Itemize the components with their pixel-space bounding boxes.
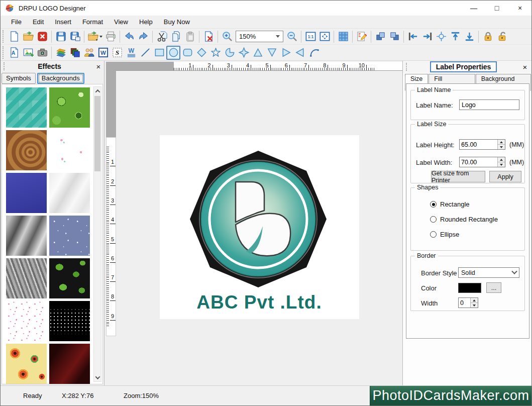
star-button[interactable] bbox=[208, 46, 223, 60]
thumbnails-scrollbar[interactable] bbox=[93, 86, 101, 382]
arc-button[interactable] bbox=[307, 46, 321, 60]
scroll-up-icon[interactable] bbox=[94, 87, 101, 95]
undo-button[interactable] bbox=[122, 30, 136, 44]
show-grid-button[interactable] bbox=[336, 30, 350, 44]
ellipse-button[interactable] bbox=[166, 46, 180, 60]
rectangle-button[interactable] bbox=[152, 46, 166, 60]
background-thumbnail-pink-floral[interactable] bbox=[6, 301, 47, 341]
background-thumbnail-gray-swirl[interactable] bbox=[6, 258, 47, 298]
menu-format[interactable]: Format bbox=[77, 16, 109, 28]
background-thumbnail-orange-flowers[interactable] bbox=[6, 344, 47, 384]
camera-button[interactable] bbox=[35, 46, 49, 60]
triangle-down-button[interactable] bbox=[265, 46, 279, 60]
border-color-picker-button[interactable]: ... bbox=[486, 282, 501, 293]
spin-up-icon[interactable] bbox=[498, 157, 505, 162]
delete-object-button[interactable] bbox=[201, 30, 216, 44]
effects-tab-backgrounds[interactable]: Backgrounds bbox=[37, 73, 84, 84]
background-thumbnail-white-silk[interactable] bbox=[49, 173, 90, 213]
save-as-button[interactable] bbox=[68, 30, 82, 44]
border-color-swatch[interactable] bbox=[458, 283, 481, 293]
background-thumbnail-dark-red[interactable] bbox=[49, 344, 90, 384]
background-thumbnail-gray-metallic[interactable] bbox=[6, 216, 47, 256]
triangle-left-button[interactable] bbox=[293, 46, 307, 60]
background-thumbnail-wood[interactable] bbox=[6, 130, 47, 170]
spin-up-icon[interactable] bbox=[498, 140, 505, 144]
spin-down-icon[interactable] bbox=[498, 144, 505, 149]
shape-radio-ellipse[interactable]: Ellipse bbox=[430, 231, 459, 238]
word-doc-button[interactable]: W bbox=[96, 46, 110, 60]
menu-buy-now[interactable]: Buy Now bbox=[158, 16, 195, 28]
paste-button[interactable] bbox=[183, 30, 197, 44]
spin-down-icon[interactable] bbox=[498, 162, 505, 167]
label-height-spinner[interactable] bbox=[459, 139, 505, 150]
effects-tab-symbols[interactable]: Symbols bbox=[2, 73, 36, 84]
scrollbar-thumb[interactable] bbox=[94, 96, 100, 171]
menu-view[interactable]: View bbox=[109, 16, 134, 28]
logo-artwork[interactable]: ABC Pvt .Ltd. bbox=[160, 135, 359, 319]
background-thumbnail-blue-drops[interactable] bbox=[49, 216, 90, 256]
label-height-input[interactable] bbox=[460, 140, 497, 149]
shape-radio-rounded-rectangle[interactable]: Rounded Rectangle bbox=[430, 216, 498, 223]
zoom-in-button[interactable] bbox=[220, 30, 234, 44]
spin-up-icon[interactable] bbox=[471, 298, 478, 302]
background-thumbnail-dot-matrix[interactable] bbox=[49, 301, 90, 341]
background-thumbnail-blue-solid[interactable] bbox=[6, 173, 47, 213]
line-button[interactable] bbox=[138, 46, 152, 60]
unlock-button[interactable] bbox=[495, 30, 509, 44]
maximize-icon[interactable]: □ bbox=[485, 1, 508, 16]
open-template-button[interactable] bbox=[86, 30, 103, 44]
border-width-spinner[interactable] bbox=[458, 297, 478, 308]
save-button[interactable] bbox=[54, 30, 68, 44]
background-thumbnail-green-circles[interactable] bbox=[49, 87, 90, 128]
style-s-button[interactable]: S bbox=[110, 46, 124, 60]
print-button[interactable] bbox=[103, 30, 118, 44]
triangle-right-button[interactable] bbox=[279, 46, 293, 60]
send-backward-button[interactable] bbox=[387, 30, 401, 44]
lock-button[interactable] bbox=[481, 30, 495, 44]
rounded-rectangle-button[interactable] bbox=[180, 46, 194, 60]
menu-help[interactable]: Help bbox=[134, 16, 158, 28]
cut-button[interactable] bbox=[155, 30, 169, 44]
fit-to-window-button[interactable] bbox=[317, 30, 332, 44]
add-text-button[interactable]: A bbox=[7, 46, 21, 60]
layers-button[interactable] bbox=[54, 46, 68, 60]
bring-forward-button[interactable] bbox=[373, 30, 387, 44]
close-icon[interactable]: × bbox=[508, 1, 531, 16]
zoom-level-combobox[interactable]: 150% bbox=[236, 31, 283, 42]
diamond-button[interactable] bbox=[194, 46, 208, 60]
copy-button[interactable] bbox=[169, 30, 183, 44]
label-design-area[interactable]: ABC Pvt .Ltd. bbox=[160, 135, 359, 319]
effects-close-icon[interactable]: × bbox=[93, 62, 104, 71]
spin-down-icon[interactable] bbox=[471, 302, 478, 308]
menu-file[interactable]: File bbox=[6, 16, 27, 28]
background-thumbnail-pink-flowers[interactable] bbox=[49, 130, 90, 170]
design-canvas[interactable]: 12345678910 123456789 bbox=[104, 61, 402, 385]
align-left-button[interactable] bbox=[406, 30, 420, 44]
close-file-button[interactable] bbox=[35, 30, 49, 44]
new-document-button[interactable] bbox=[7, 30, 21, 44]
pie-button[interactable] bbox=[223, 46, 237, 60]
background-thumbnail-green-leaves[interactable] bbox=[49, 258, 90, 298]
align-top-button[interactable] bbox=[448, 30, 462, 44]
word-art-button[interactable]: W bbox=[124, 46, 138, 60]
add-image-button[interactable] bbox=[21, 46, 35, 60]
align-bottom-button[interactable] bbox=[462, 30, 476, 44]
label-width-input[interactable] bbox=[460, 157, 497, 167]
menu-insert[interactable]: Insert bbox=[49, 16, 77, 28]
align-right-button[interactable] bbox=[420, 30, 434, 44]
zoom-out-button[interactable] bbox=[285, 30, 299, 44]
scroll-down-icon[interactable] bbox=[94, 373, 101, 381]
apply-button[interactable]: Apply bbox=[489, 171, 521, 182]
minimize-icon[interactable]: — bbox=[462, 1, 485, 16]
color-stack-button[interactable] bbox=[68, 46, 82, 60]
label-width-spinner[interactable] bbox=[459, 157, 505, 167]
edit-style-button[interactable] bbox=[355, 30, 369, 44]
triangle-up-button[interactable] bbox=[251, 46, 265, 60]
menu-edit[interactable]: Edit bbox=[27, 16, 49, 28]
actual-size-button[interactable]: 1:1 bbox=[303, 30, 317, 44]
open-file-button[interactable] bbox=[21, 30, 35, 44]
border-style-dropdown[interactable]: Solid bbox=[458, 267, 519, 278]
shape-radio-rectangle[interactable]: Rectangle bbox=[430, 200, 470, 208]
get-size-from-printer-button[interactable]: Get size from Printer bbox=[431, 171, 485, 182]
label-properties-close-icon[interactable]: × bbox=[518, 63, 531, 71]
